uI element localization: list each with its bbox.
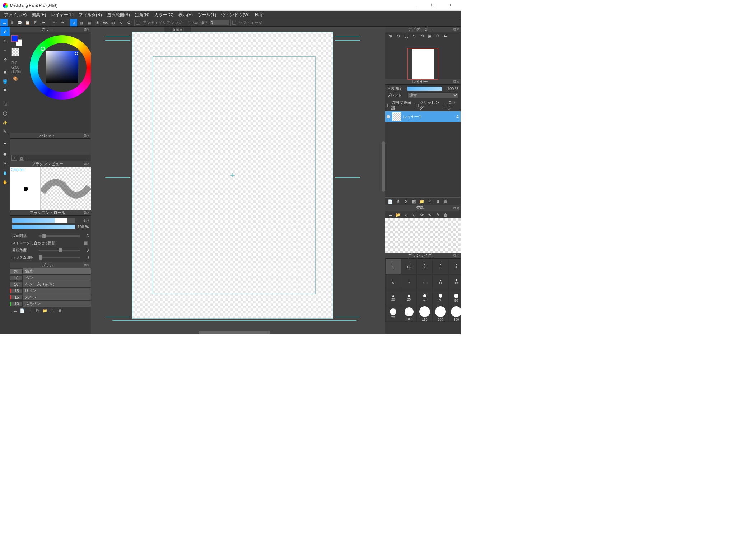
- canvas-vscrollbar[interactable]: [382, 141, 385, 192]
- brush-size-cell[interactable]: 300: [448, 306, 461, 322]
- brush-folder-icon[interactable]: 📁: [42, 308, 48, 313]
- material-preview[interactable]: [385, 218, 461, 253]
- sv-indicator[interactable]: [75, 52, 78, 55]
- material-open-icon[interactable]: 📂: [395, 211, 402, 218]
- menu-edit[interactable]: 編集(E): [29, 12, 48, 18]
- brush-list-item[interactable]: 15Gペン: [10, 288, 91, 294]
- copy-icon[interactable]: ⎘: [32, 19, 39, 26]
- eraser-tool-icon[interactable]: ◇: [0, 36, 10, 45]
- material-picker-icon[interactable]: ✎: [434, 211, 441, 218]
- menu-color[interactable]: カラー(C): [152, 12, 176, 18]
- navigator-preview[interactable]: [385, 39, 461, 79]
- layer-clear-icon[interactable]: ✕: [402, 198, 410, 205]
- panel-close-icon[interactable]: ×: [457, 253, 459, 258]
- antialias-checkbox[interactable]: [136, 21, 140, 25]
- brush-size-cell[interactable]: 40: [433, 290, 448, 306]
- panel-undock-icon[interactable]: ⧉: [453, 206, 456, 210]
- nav-rotate-ccw-icon[interactable]: ⟲: [418, 33, 425, 39]
- nav-rotate-reset-icon[interactable]: ▣: [426, 33, 433, 39]
- fg-bg-swatch[interactable]: [11, 35, 22, 46]
- shake-correction-input[interactable]: [209, 20, 229, 25]
- layer-delete-icon[interactable]: 🗑: [442, 198, 449, 205]
- snap-vanish-icon[interactable]: ⋘: [102, 19, 109, 26]
- snap-cross-icon[interactable]: ✳: [94, 19, 101, 26]
- brush-cloud-icon[interactable]: ☁: [11, 308, 18, 313]
- panel-undock-icon[interactable]: ⧉: [84, 133, 87, 138]
- panel-close-icon[interactable]: ×: [457, 79, 459, 84]
- menu-select[interactable]: 選択範囲(S): [104, 12, 132, 18]
- brush-size-cell[interactable]: 70: [385, 306, 401, 322]
- nav-zoomout-icon[interactable]: ⊖: [410, 33, 417, 39]
- select-lasso-tool-icon[interactable]: ◯: [0, 108, 10, 118]
- panel-undock-icon[interactable]: ⧉: [84, 263, 87, 267]
- panel-undock-icon[interactable]: ⧉: [84, 210, 87, 215]
- brush-add-icon[interactable]: ＋: [27, 308, 33, 313]
- palette-delete-icon[interactable]: 🗑: [19, 155, 24, 161]
- canvas[interactable]: +: [132, 32, 333, 319]
- select-wand-tool-icon[interactable]: ✨: [0, 118, 10, 127]
- panel-close-icon[interactable]: ×: [457, 27, 459, 32]
- menu-tool[interactable]: ツール(T): [195, 12, 219, 18]
- brush-size-cell[interactable]: 30: [417, 290, 433, 306]
- brush-size-cell[interactable]: 12: [433, 274, 448, 290]
- bucket-tool-icon[interactable]: 🪣: [0, 77, 10, 86]
- eyedropper-tool-icon[interactable]: 💧: [0, 168, 10, 177]
- blend-mode-select[interactable]: 通常: [407, 92, 458, 98]
- material-zoomout-icon[interactable]: ⊖: [410, 211, 417, 218]
- panel-close-icon[interactable]: ×: [87, 162, 89, 166]
- brush-folder2-icon[interactable]: 🗀: [49, 308, 56, 313]
- panel-close-icon[interactable]: ×: [87, 27, 89, 32]
- cloud-sync-icon[interactable]: ☁: [0, 19, 8, 26]
- brush-size-cell[interactable]: 25: [401, 290, 417, 306]
- operation-tool-icon[interactable]: ⬣: [0, 149, 10, 159]
- redo-button[interactable]: ↷: [59, 19, 66, 26]
- select-pen-tool-icon[interactable]: ✎: [0, 127, 10, 136]
- comment-icon[interactable]: 💬: [16, 19, 23, 26]
- window-maximize-button[interactable]: ☐: [425, 0, 441, 11]
- brush-size-cell[interactable]: 10: [417, 274, 433, 290]
- panel-undock-icon[interactable]: ⧉: [453, 27, 456, 32]
- random-slider[interactable]: [39, 257, 80, 258]
- brush-size-cell[interactable]: 50: [448, 290, 461, 306]
- snap-curve-icon[interactable]: ∿: [117, 19, 125, 26]
- layer-merge-icon[interactable]: ⇊: [434, 198, 441, 205]
- hue-indicator[interactable]: [41, 47, 45, 51]
- panel-close-icon[interactable]: ×: [87, 133, 89, 138]
- brush-dup-icon[interactable]: ⎘: [34, 308, 41, 313]
- upload-icon[interactable]: ⇧: [8, 19, 15, 26]
- lock-checkbox[interactable]: [444, 104, 447, 107]
- panel-undock-icon[interactable]: ⧉: [84, 162, 87, 166]
- snap-grid-icon[interactable]: ▦: [86, 19, 93, 26]
- snap-parallel-icon[interactable]: ▥: [78, 19, 85, 26]
- layer-new8bit-icon[interactable]: 🗎: [395, 198, 402, 205]
- brush-opacity-slider[interactable]: [12, 225, 75, 229]
- panel-undock-icon[interactable]: ⧉: [84, 27, 87, 32]
- softedge-checkbox[interactable]: [232, 21, 236, 25]
- layer-mask-icon[interactable]: ▩: [410, 198, 417, 205]
- material-cloud-icon[interactable]: ☁: [387, 211, 394, 218]
- brush-list-item[interactable]: 10ペン（入り抜き）: [10, 281, 91, 288]
- menu-layer[interactable]: レイヤー(L): [48, 12, 76, 18]
- menu-filter[interactable]: フィルタ(R): [76, 12, 104, 18]
- move-tool-icon[interactable]: ✥: [0, 55, 10, 64]
- window-close-button[interactable]: ✕: [441, 0, 458, 11]
- brush-list-item[interactable]: 15丸ペン: [10, 294, 91, 301]
- nav-fit-icon[interactable]: ⛶: [402, 33, 410, 39]
- text-tool-icon[interactable]: T: [0, 140, 10, 149]
- hand-tool-icon[interactable]: ✋: [0, 177, 10, 187]
- angle-slider[interactable]: [39, 250, 80, 251]
- gradient-tool-icon[interactable]: ▀: [0, 86, 10, 96]
- dot-tool-icon[interactable]: ▫: [0, 45, 10, 55]
- canvas-hscrollbar[interactable]: [199, 331, 270, 334]
- nav-zoomactual-icon[interactable]: ⊙: [395, 33, 402, 39]
- brush-size-cell[interactable]: 15: [448, 274, 461, 290]
- brush-list-item[interactable]: 10ペン: [10, 275, 91, 281]
- brush-size-cell[interactable]: 1: [385, 259, 401, 274]
- material-delete-icon[interactable]: 🗑: [442, 211, 449, 218]
- shape-fill-tool-icon[interactable]: ■: [0, 68, 10, 77]
- clipboard-icon[interactable]: 📋: [24, 19, 31, 26]
- material-rotate-icon[interactable]: ⟳: [418, 211, 425, 218]
- clipping-checkbox[interactable]: [416, 104, 419, 107]
- material-zoomin-icon[interactable]: ⊕: [402, 211, 410, 218]
- brush-new-icon[interactable]: 📄: [19, 308, 25, 313]
